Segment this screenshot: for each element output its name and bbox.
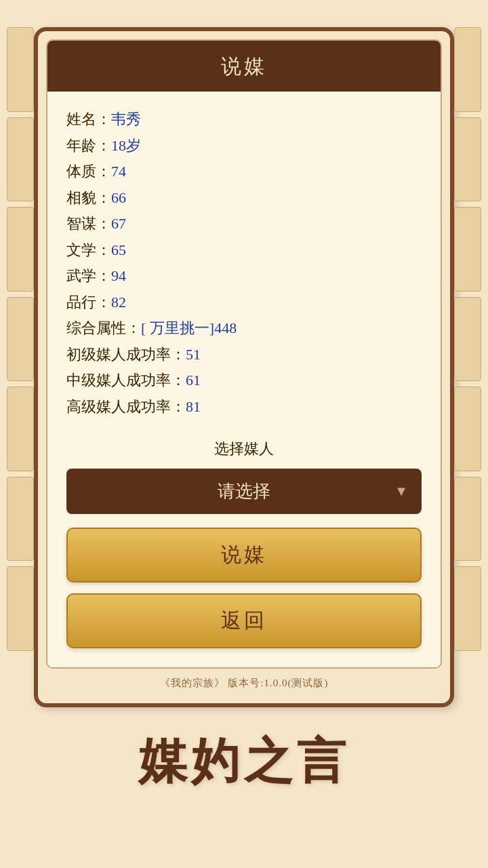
conduct-row: 品行：82 (66, 290, 422, 316)
select-section-label: 选择媒人 (66, 439, 422, 459)
junior-rate-row: 初级媒人成功率：51 (66, 342, 422, 368)
side-cell (454, 566, 481, 651)
side-cell (7, 27, 34, 112)
side-cell (454, 207, 481, 292)
side-cell (7, 387, 34, 471)
side-cell (454, 477, 481, 561)
right-side-panel (454, 27, 481, 651)
back-button[interactable]: 返回 (66, 593, 422, 648)
character-info: 姓名：韦秀 年龄：18岁 体质：74 相貌：66 智谋：67 (66, 106, 422, 420)
card-body: 姓名：韦秀 年龄：18岁 体质：74 相貌：66 智谋：67 (47, 92, 441, 667)
literature-row: 文学：65 (66, 237, 422, 264)
confirm-button[interactable]: 说媒 (66, 528, 422, 583)
side-cell (7, 297, 34, 382)
side-cell (454, 297, 481, 382)
appearance-row: 相貌：66 (66, 185, 422, 212)
version-info: 《我的宗族》 版本号:1.0.0(测试版) (46, 669, 442, 695)
composite-row: 综合属性：[ 万里挑一]448 (66, 315, 422, 342)
bottom-title: 媒妁之言 (138, 729, 350, 794)
side-cell (454, 27, 481, 112)
side-cell (7, 566, 34, 651)
side-cell (7, 117, 34, 202)
app-container: 说媒 姓名：韦秀 年龄：18岁 体质：74 相貌：66 (0, 0, 488, 707)
wisdom-row: 智谋：67 (66, 211, 422, 237)
mid-rate-row: 中级媒人成功率：61 (66, 368, 422, 394)
dialog-title: 说媒 (47, 41, 441, 92)
senior-rate-row: 高级媒人成功率：81 (66, 394, 422, 420)
matchmaker-select[interactable]: 请选择 ▼ (66, 469, 422, 514)
martial-row: 武学：94 (66, 263, 422, 290)
side-cell (454, 117, 481, 202)
side-cell (454, 387, 481, 471)
chevron-down-icon: ▼ (394, 484, 408, 499)
name-row: 姓名：韦秀 (66, 106, 422, 133)
inner-card: 说媒 姓名：韦秀 年龄：18岁 体质：74 相貌：66 (46, 39, 442, 669)
age-row: 年龄：18岁 (66, 133, 422, 159)
select-placeholder: 请选择 (218, 479, 270, 503)
side-cell (7, 477, 34, 561)
spacer (66, 427, 422, 439)
main-frame: 说媒 姓名：韦秀 年龄：18岁 体质：74 相貌：66 (34, 27, 454, 707)
side-cell (7, 207, 34, 292)
physique-row: 体质：74 (66, 159, 422, 185)
left-side-panel (7, 27, 34, 651)
